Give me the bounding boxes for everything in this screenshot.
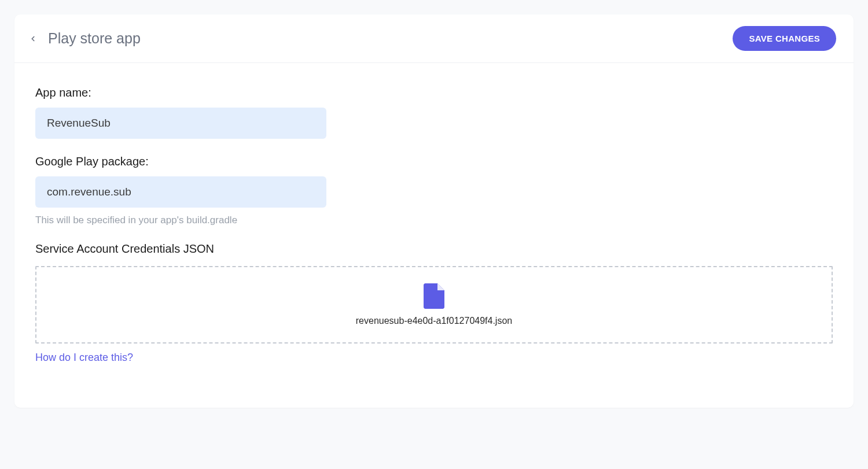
card-body: App name: Google Play package: This will… [14,63,854,387]
credentials-help-link[interactable]: How do I create this? [35,352,133,364]
card-header: Play store app SAVE CHANGES [14,14,854,63]
page-title: Play store app [48,30,141,47]
credentials-field-group: Service Account Credentials JSON revenue… [35,242,833,364]
file-icon [424,283,444,309]
settings-card: Play store app SAVE CHANGES App name: Go… [14,14,854,408]
app-name-label: App name: [35,86,833,99]
package-input[interactable] [35,176,326,208]
chevron-left-icon [29,35,37,43]
app-name-input[interactable] [35,108,326,139]
credentials-dropzone[interactable]: revenuesub-e4e0d-a1f0127049f4.json [35,266,833,344]
header-left: Play store app [25,30,141,47]
package-field-group: Google Play package: This will be specif… [35,155,833,226]
package-label: Google Play package: [35,155,833,168]
app-name-field-group: App name: [35,86,833,139]
uploaded-file-name: revenuesub-e4e0d-a1f0127049f4.json [356,316,512,326]
credentials-label: Service Account Credentials JSON [35,242,833,256]
back-button[interactable] [25,31,41,47]
package-helper-text: This will be specified in your app's bui… [35,215,833,226]
save-changes-button[interactable]: SAVE CHANGES [733,26,836,51]
